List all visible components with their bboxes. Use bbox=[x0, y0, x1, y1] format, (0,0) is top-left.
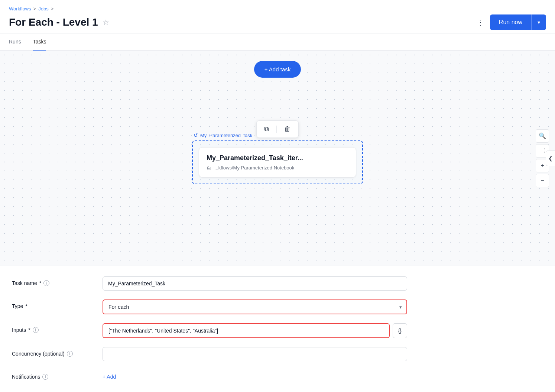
reload-icon: ↺ bbox=[194, 132, 198, 138]
form-section: Task name* i Type* For each Run once For… bbox=[0, 266, 555, 392]
run-now-group: Run now ▾ bbox=[490, 14, 546, 30]
task-card-subtitle: 🗂 ...kflows/My Parameterized Notebook bbox=[207, 165, 348, 171]
breadcrumb-jobs[interactable]: Jobs bbox=[38, 6, 48, 12]
type-select[interactable]: For each Run once For each level bbox=[103, 299, 407, 314]
task-card[interactable]: My_Parameterized_Task_iter... 🗂 ...kflow… bbox=[199, 147, 356, 178]
form-row-type: Type* For each Run once For each level ▾ bbox=[12, 299, 543, 314]
inputs-field[interactable] bbox=[103, 324, 389, 337]
title-left: For Each - Level 1 ☆ bbox=[9, 16, 109, 28]
form-row-concurrency: Concurrency (optional) i bbox=[12, 347, 543, 361]
breadcrumb: Workflows > Jobs > bbox=[9, 6, 546, 12]
type-control: For each Run once For each level ▾ bbox=[103, 299, 407, 314]
notifications-info-icon[interactable]: i bbox=[42, 374, 48, 380]
task-container: ↺ My_Parameterized_task My_Parameterized… bbox=[192, 132, 363, 184]
title-actions: ⋮ Run now ▾ bbox=[474, 14, 546, 30]
zoom-out-icon: − bbox=[541, 177, 544, 184]
tab-tasks[interactable]: Tasks bbox=[33, 33, 46, 51]
foreach-dashed-container[interactable]: My_Parameterized_Task_iter... 🗂 ...kflow… bbox=[192, 140, 363, 184]
notifications-add-button[interactable]: + Add bbox=[103, 370, 116, 380]
tabs: Runs Tasks bbox=[0, 33, 555, 51]
collapse-panel-button[interactable]: ❮ bbox=[546, 150, 555, 166]
more-button[interactable]: ⋮ bbox=[474, 16, 487, 28]
search-icon: 🔍 bbox=[539, 132, 546, 139]
task-card-path: ...kflows/My Parameterized Notebook bbox=[214, 165, 294, 171]
fullscreen-icon: ⛶ bbox=[539, 148, 545, 154]
breadcrumb-workflows[interactable]: Workflows bbox=[9, 6, 31, 12]
form-row-inputs: Inputs* i {} bbox=[12, 323, 543, 338]
foreach-label-text: My_Parameterized_task bbox=[200, 133, 252, 138]
inputs-label: Inputs* i bbox=[12, 323, 94, 333]
notifications-label: Notifications i bbox=[12, 370, 94, 380]
breadcrumb-sep2: > bbox=[51, 6, 54, 12]
run-now-button[interactable]: Run now bbox=[490, 14, 531, 30]
breadcrumb-sep1: > bbox=[33, 6, 36, 12]
header: Workflows > Jobs > For Each - Level 1 ☆ … bbox=[0, 0, 555, 33]
concurrency-input[interactable] bbox=[103, 347, 407, 361]
task-name-label: Task name* i bbox=[12, 276, 94, 286]
type-select-wrap: For each Run once For each level ▾ bbox=[103, 299, 407, 314]
concurrency-control bbox=[103, 347, 407, 361]
task-name-info-icon[interactable]: i bbox=[43, 280, 49, 286]
inputs-row: {} bbox=[103, 323, 407, 338]
concurrency-info-icon[interactable]: i bbox=[67, 351, 73, 357]
task-name-input[interactable] bbox=[103, 276, 407, 291]
inputs-field-wrap bbox=[103, 323, 390, 338]
tab-runs[interactable]: Runs bbox=[9, 33, 21, 51]
search-tool-button[interactable]: 🔍 bbox=[536, 129, 549, 143]
form-row-task-name: Task name* i bbox=[12, 276, 543, 291]
add-task-button[interactable]: + Add task bbox=[254, 61, 301, 78]
copy-task-button[interactable]: ⧉ bbox=[263, 124, 270, 135]
run-now-caret-button[interactable]: ▾ bbox=[531, 14, 546, 30]
inputs-code-button[interactable]: {} bbox=[393, 323, 407, 338]
task-card-title: My_Parameterized_Task_iter... bbox=[207, 154, 348, 162]
concurrency-label: Concurrency (optional) i bbox=[12, 347, 94, 357]
toolbar-separator bbox=[276, 126, 277, 133]
task-toolbar: ⧉ 🗑 bbox=[256, 120, 299, 138]
page-title: For Each - Level 1 bbox=[9, 16, 98, 28]
zoom-out-button[interactable]: − bbox=[536, 174, 549, 187]
canvas-section: ⧉ 🗑 ↺ My_Parameterized_task My_Parameter… bbox=[0, 51, 555, 266]
zoom-in-icon: + bbox=[541, 162, 544, 169]
task-name-control bbox=[103, 276, 407, 291]
notifications-control: + Add bbox=[103, 370, 407, 380]
inputs-control: {} bbox=[103, 323, 407, 338]
type-label: Type* bbox=[12, 299, 94, 309]
page-wrapper: Workflows > Jobs > For Each - Level 1 ☆ … bbox=[0, 0, 555, 392]
delete-task-button[interactable]: 🗑 bbox=[283, 124, 292, 135]
star-icon[interactable]: ☆ bbox=[103, 18, 109, 27]
title-row: For Each - Level 1 ☆ ⋮ Run now ▾ bbox=[9, 14, 546, 30]
folder-icon: 🗂 bbox=[207, 165, 211, 171]
inputs-info-icon[interactable]: i bbox=[33, 327, 39, 333]
form-row-notifications: Notifications i + Add bbox=[12, 370, 543, 380]
chevron-left-icon: ❮ bbox=[548, 155, 553, 161]
